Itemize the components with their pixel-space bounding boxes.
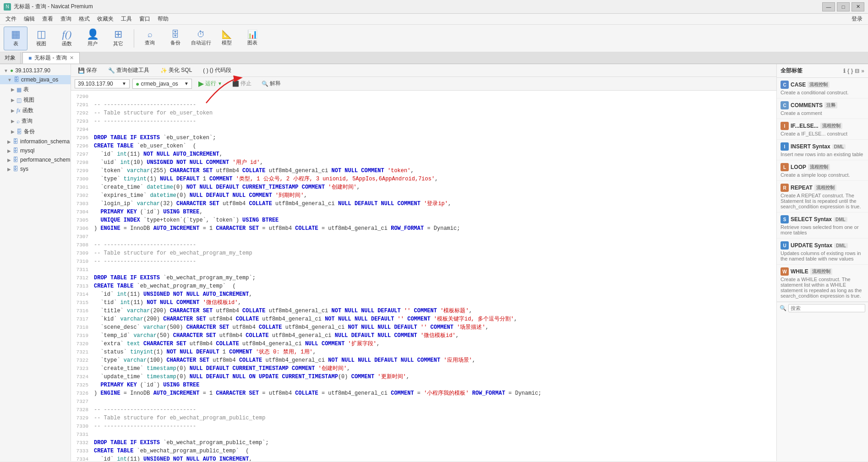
- save-button[interactable]: 💾 保存: [74, 65, 101, 76]
- toolbar-backup[interactable]: 🗄 备份: [164, 27, 187, 50]
- snippet-insert[interactable]: I INSERT Syntax DML Insert new rows into…: [777, 140, 868, 160]
- nav-views[interactable]: ▶ ◫ 视图: [0, 95, 71, 105]
- server-select[interactable]: 39.103.137.90 ▼: [75, 79, 130, 88]
- code-line-7300: 7300 `type` tinyint(1) NULL DEFAULT 1 CO…: [71, 175, 776, 183]
- snippet-loop[interactable]: L LOOP 流程控制 Create a simple loop constru…: [777, 160, 868, 181]
- toolbar-other-label: 其它: [113, 40, 123, 47]
- code-line-7329: 7329 -- Table structure for eb_wechat_pr…: [71, 414, 776, 422]
- snippet-repeat-badge: 流程控制: [814, 185, 836, 191]
- tab-close-button[interactable]: ✕: [70, 55, 74, 61]
- menu-favorites[interactable]: 收藏夹: [93, 14, 117, 24]
- code-line-7302: 7302 `expires_time` datetime(0) NULL DEF…: [71, 191, 776, 200]
- snippet-repeat[interactable]: R REPEAT 流程控制 Create A REPEAT construct.…: [777, 181, 868, 212]
- toolbar-view-label: 视图: [36, 40, 46, 47]
- toolbar-function-label: 函数: [62, 40, 72, 47]
- toolbar-user[interactable]: 👤 用户: [81, 27, 104, 50]
- user-icon: 👤: [87, 29, 99, 39]
- info-icon[interactable]: ℹ: [843, 68, 846, 74]
- toolbar-function[interactable]: f() 函数: [55, 27, 79, 50]
- snippet-search-input[interactable]: [788, 304, 865, 312]
- code-line-7310: 7310 -- ----------------------------: [71, 257, 776, 266]
- db-icon-info: 🗄: [13, 138, 18, 145]
- code-editor[interactable]: 7290 7291 -- ---------------------------…: [71, 91, 776, 461]
- menu-tools[interactable]: 工具: [117, 14, 136, 24]
- server-label: 39.103.137.90: [15, 67, 50, 74]
- create-tool-button[interactable]: 🔧 查询创建工具: [104, 65, 153, 76]
- toolbar-diagram[interactable]: 📊 图表: [240, 27, 264, 50]
- code-icon: ( ): [203, 67, 208, 74]
- explain-label: 解释: [270, 80, 281, 87]
- login-button[interactable]: 登录: [848, 14, 866, 24]
- code-line-7333: 7333 CREATE TABLE `eb_wechat_program_pub…: [71, 447, 776, 455]
- layout-icon[interactable]: ⊟: [855, 68, 859, 74]
- select-icon: S: [781, 215, 789, 223]
- sub-toolbar: 💾 保存 🔧 查询创建工具 ✨ 美化 SQL ( ) () 代码段: [71, 64, 776, 77]
- snippet-update-desc: Updates columns of existing rows in the …: [781, 250, 864, 261]
- toolbar-autorun[interactable]: ⏱ 自动运行: [189, 27, 213, 50]
- code-line-7312: 7312 DROP TABLE IF EXISTS `eb_wechat_pro…: [71, 274, 776, 282]
- toolbar-other[interactable]: ⊞ 其它: [106, 27, 130, 50]
- left-sidebar: ▼ ● 39.103.137.90 ▼ 🗄 crmeb_java_os ▶ ▦ …: [0, 64, 71, 461]
- explain-button[interactable]: 🔍 解释: [258, 79, 284, 88]
- menu-query[interactable]: 查询: [57, 14, 75, 24]
- snippet-select[interactable]: S SELECT Syntax DML Retrieve rows select…: [777, 212, 868, 239]
- menu-file[interactable]: 文件: [2, 14, 20, 24]
- code-line-7292: 7292 -- Table structure for eb_user_toke…: [71, 109, 776, 117]
- menu-format[interactable]: 格式: [75, 14, 93, 24]
- menu-edit[interactable]: 编辑: [20, 14, 38, 24]
- menu-view[interactable]: 查看: [38, 14, 57, 24]
- backups-label: 备份: [24, 128, 35, 136]
- snippet-comments[interactable]: C COMMENTS 注释 Create a comment: [777, 98, 868, 119]
- snippet-comments-badge: 注释: [824, 102, 837, 109]
- database-select[interactable]: ● crmeb_java_os ▼: [132, 79, 192, 89]
- nav-db-sys[interactable]: ▶ 🗄 sys: [0, 164, 71, 174]
- sidebar-toggle-label[interactable]: 对象: [0, 52, 21, 64]
- toolbar-model[interactable]: 📐 模型: [215, 27, 239, 50]
- toolbar-separator-1: [134, 29, 134, 48]
- snippet-while[interactable]: W WHILE 流程控制 Create a WHILE construct. T…: [777, 265, 868, 302]
- code-line-7295: 7295 DROP TABLE IF EXISTS `eb_user_token…: [71, 134, 776, 142]
- run-button[interactable]: ▶ 运行 ▼: [195, 78, 226, 89]
- db-expand-sys: ▶: [7, 167, 11, 172]
- db-label-perf: performance_schema: [20, 157, 71, 163]
- snippet-if-else[interactable]: I IF...ELSE... 流程控制 Create a IF_ELSE... …: [777, 119, 868, 140]
- beautify-button[interactable]: ✨ 美化 SQL: [156, 65, 196, 76]
- nav-queries[interactable]: ▶ ⌕ 查询: [0, 116, 71, 126]
- code-line-7330: 7330 -- ----------------------------: [71, 422, 776, 430]
- insert-icon: I: [781, 142, 789, 151]
- active-query-tab[interactable]: ■ 无标题 - 查询 ✕: [22, 52, 80, 64]
- snippet-update[interactable]: U UPDATE Syntax DML Updates columns of e…: [777, 239, 868, 265]
- right-sidebar: 全部标签 ℹ { } ⊟ » C CASE 流程控制 Create a cond…: [776, 64, 868, 461]
- nav-server[interactable]: ▼ ● 39.103.137.90: [0, 66, 71, 75]
- toolbar-table[interactable]: ▦ 表: [4, 27, 27, 50]
- nav-db-info[interactable]: ▶ 🗄 information_schema: [0, 137, 71, 146]
- toolbar-view[interactable]: ◫ 视图: [29, 27, 53, 50]
- minimize-button[interactable]: —: [822, 2, 835, 11]
- menu-help[interactable]: 帮助: [154, 14, 172, 24]
- nav-backups[interactable]: ▶ 🗄 备份: [0, 126, 71, 137]
- snippet-select-badge: DML: [834, 217, 847, 222]
- maximize-button[interactable]: □: [837, 2, 850, 11]
- expand-icon[interactable]: { }: [847, 68, 853, 74]
- toolbar-query[interactable]: ⌕ 查询: [138, 27, 162, 50]
- nav-functions[interactable]: ▶ fx 函数: [0, 105, 71, 116]
- snippet-case[interactable]: C CASE 流程控制 Create a conditional constru…: [777, 78, 868, 98]
- beautify-icon: ✨: [160, 67, 167, 74]
- nav-db-perf[interactable]: ▶ 🗄 performance_schema: [0, 155, 71, 164]
- nav-db-mysql[interactable]: ▶ 🗄 mysql: [0, 146, 71, 155]
- other-icon: ⊞: [114, 29, 122, 39]
- toolbar-autorun-label: 自动运行: [191, 39, 211, 46]
- toolbar-table-label: 表: [13, 40, 18, 47]
- snippet-repeat-desc: Create A REPEAT construct. The Statement…: [781, 193, 864, 209]
- snippet-update-title: UPDATE Syntax: [791, 242, 832, 249]
- code-snippet-button[interactable]: ( ) () 代码段: [199, 65, 235, 76]
- code-line-7306: 7306 ) ENGINE = InnoDB AUTO_INCREMENT = …: [71, 224, 776, 233]
- right-search-bar: 🔍: [777, 302, 868, 314]
- nav-db-crmeb[interactable]: ▼ 🗄 crmeb_java_os: [0, 75, 71, 84]
- snippet-case-desc: Create a conditional construct.: [781, 90, 864, 95]
- close-button[interactable]: ✕: [852, 2, 864, 11]
- nav-tables[interactable]: ▶ ▦ 表: [0, 84, 71, 95]
- menu-window[interactable]: 窗口: [136, 14, 154, 24]
- stop-button[interactable]: ⬛ 停止: [229, 79, 255, 88]
- collapse-right-icon[interactable]: »: [861, 68, 864, 74]
